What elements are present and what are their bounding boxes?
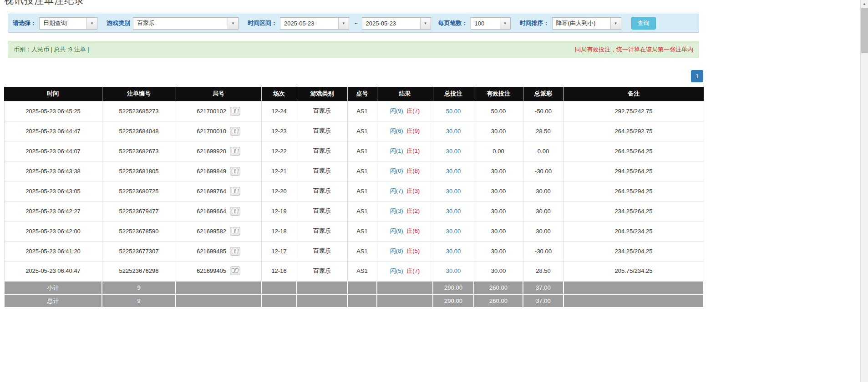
result-player: 闲(3) bbox=[390, 207, 403, 214]
cell-total-bet: 30.00 bbox=[433, 241, 474, 261]
game-result-cards-icon[interactable] bbox=[230, 266, 240, 275]
table-row: 2025-05-23 06:43:38 522523681805 6216998… bbox=[4, 161, 704, 181]
cell-round: 621699849 bbox=[176, 161, 261, 181]
chevron-down-icon[interactable]: ▾ bbox=[610, 18, 621, 29]
cell-session: 12-19 bbox=[261, 201, 297, 221]
date-from-select[interactable]: 2025-05-23 ▾ bbox=[280, 17, 349, 30]
cell-bet-id: 522523684048 bbox=[102, 121, 176, 141]
round-number: 621700102 bbox=[197, 108, 226, 115]
cell-time: 2025-05-23 06:42:00 bbox=[4, 221, 102, 241]
total-bet-link[interactable]: 50.00 bbox=[446, 108, 461, 115]
search-button[interactable]: 查询 bbox=[631, 17, 656, 30]
cell-payout: 30.00 bbox=[523, 181, 563, 201]
cell-table: AS1 bbox=[347, 241, 377, 261]
cell-valid-bet: 30.00 bbox=[474, 221, 523, 241]
total-count: 9 bbox=[102, 294, 176, 307]
chevron-down-icon[interactable]: ▾ bbox=[86, 18, 97, 29]
scroll-up-icon[interactable]: ▲ bbox=[861, 0, 868, 8]
cell-valid-bet: 30.00 bbox=[474, 161, 523, 181]
page-size-select[interactable]: 100 ▾ bbox=[471, 17, 511, 30]
total-bet-link[interactable]: 30.00 bbox=[446, 148, 461, 155]
cell-bet-id: 522523677307 bbox=[102, 241, 176, 261]
total-bet-link[interactable]: 30.00 bbox=[446, 248, 461, 255]
game-result-cards-icon[interactable] bbox=[230, 187, 240, 196]
subtotal-row: 小计 9 290.00 260.00 37.00 bbox=[4, 281, 704, 294]
cell-bet-id: 522523685273 bbox=[102, 101, 176, 121]
sort-order-select[interactable]: 降幂(由大到小) ▾ bbox=[552, 17, 621, 30]
cell-payout: 0.00 bbox=[523, 141, 563, 161]
subtotal-valid-bet: 260.00 bbox=[474, 281, 523, 294]
cell-time: 2025-05-23 06:43:38 bbox=[4, 161, 102, 181]
total-bet-link[interactable]: 30.00 bbox=[446, 228, 461, 235]
date-range-label: 时间区间： bbox=[248, 19, 277, 27]
cell-result: 闲(3) 庄(2) bbox=[377, 201, 433, 221]
cell-total-bet: 30.00 bbox=[433, 121, 474, 141]
cell-time: 2025-05-23 06:43:05 bbox=[4, 181, 102, 201]
cell-round: 621700010 bbox=[176, 121, 261, 141]
chevron-down-icon[interactable]: ▾ bbox=[500, 18, 510, 29]
cell-valid-bet: 0.00 bbox=[474, 141, 523, 161]
total-bet-link[interactable]: 30.00 bbox=[446, 128, 461, 135]
cell-total-bet: 50.00 bbox=[433, 101, 474, 121]
date-to-select[interactable]: 2025-05-23 ▾ bbox=[362, 17, 431, 30]
date-to-value: 2025-05-23 bbox=[362, 18, 420, 29]
total-valid-bet: 260.00 bbox=[474, 294, 523, 307]
result-banker: 庄(8) bbox=[406, 167, 420, 174]
cell-remark: 264.25/292.75 bbox=[563, 121, 704, 141]
cell-time: 2025-05-23 06:45:25 bbox=[4, 101, 102, 121]
cell-session: 12-16 bbox=[261, 261, 297, 281]
header-time: 时间 bbox=[4, 87, 102, 101]
header-session: 场次 bbox=[261, 87, 297, 101]
chevron-down-icon[interactable]: ▾ bbox=[420, 18, 431, 29]
total-bet-link[interactable]: 30.00 bbox=[446, 168, 461, 175]
cell-valid-bet: 30.00 bbox=[474, 121, 523, 141]
vertical-scrollbar[interactable]: ▲ bbox=[860, 0, 868, 382]
cell-table: AS1 bbox=[347, 121, 377, 141]
game-result-cards-icon[interactable] bbox=[230, 227, 240, 236]
cell-bet-id: 522523679477 bbox=[102, 201, 176, 221]
table-row: 2025-05-23 06:45:25 522523685273 6217001… bbox=[4, 101, 704, 121]
game-result-cards-icon[interactable] bbox=[230, 247, 240, 256]
cell-remark: 292.75/242.75 bbox=[563, 101, 704, 121]
page-button-1[interactable]: 1 bbox=[691, 70, 703, 82]
game-type-select[interactable]: 百家乐 ▾ bbox=[133, 17, 239, 30]
cell-remark: 264.25/264.25 bbox=[563, 141, 704, 161]
result-player: 闲(9) bbox=[390, 227, 403, 234]
cell-bet-id: 522523680725 bbox=[102, 181, 176, 201]
table-row: 2025-05-23 06:41:20 522523677307 6216994… bbox=[4, 241, 704, 261]
cell-time: 2025-05-23 06:41:20 bbox=[4, 241, 102, 261]
cell-game-type: 百家乐 bbox=[297, 101, 347, 121]
subtotal-payout: 37.00 bbox=[523, 281, 563, 294]
game-result-cards-icon[interactable] bbox=[230, 107, 240, 116]
game-result-cards-icon[interactable] bbox=[230, 127, 240, 136]
cell-time: 2025-05-23 06:44:47 bbox=[4, 121, 102, 141]
cell-payout: 28.50 bbox=[523, 261, 563, 281]
game-result-cards-icon[interactable] bbox=[230, 207, 240, 216]
cell-valid-bet: 30.00 bbox=[474, 241, 523, 261]
cell-result: 闲(5) 庄(7) bbox=[377, 261, 433, 281]
total-row: 总计 9 290.00 260.00 37.00 bbox=[4, 294, 704, 307]
subtotal-label: 小计 bbox=[4, 281, 102, 294]
total-bet-link[interactable]: 30.00 bbox=[446, 188, 461, 195]
total-bet-link[interactable]: 30.00 bbox=[446, 267, 461, 274]
chevron-down-icon[interactable]: ▾ bbox=[228, 18, 238, 29]
cell-result: 闲(8) 庄(5) bbox=[377, 241, 433, 261]
game-result-cards-icon[interactable] bbox=[230, 147, 240, 156]
chevron-down-icon[interactable]: ▾ bbox=[338, 18, 349, 29]
round-number: 621699664 bbox=[197, 208, 226, 215]
game-result-cards-icon[interactable] bbox=[230, 167, 240, 176]
header-remark: 备注 bbox=[563, 87, 704, 101]
cell-result: 闲(9) 庄(6) bbox=[377, 221, 433, 241]
scrollbar-thumb[interactable] bbox=[861, 8, 868, 53]
cell-session: 12-18 bbox=[261, 221, 297, 241]
game-type-value: 百家乐 bbox=[133, 18, 228, 29]
header-bet-id: 注单编号 bbox=[102, 87, 176, 101]
table-row: 2025-05-23 06:40:47 522523676296 6216994… bbox=[4, 261, 704, 281]
sort-order-label: 时间排序： bbox=[520, 19, 549, 27]
cell-remark: 234.25/204.25 bbox=[563, 241, 704, 261]
query-type-select[interactable]: 日期查询 ▾ bbox=[39, 17, 97, 30]
total-bet-link[interactable]: 30.00 bbox=[446, 208, 461, 215]
select-label: 请选择： bbox=[13, 19, 36, 27]
subtotal-count: 9 bbox=[102, 281, 176, 294]
total-total-bet: 290.00 bbox=[433, 294, 474, 307]
